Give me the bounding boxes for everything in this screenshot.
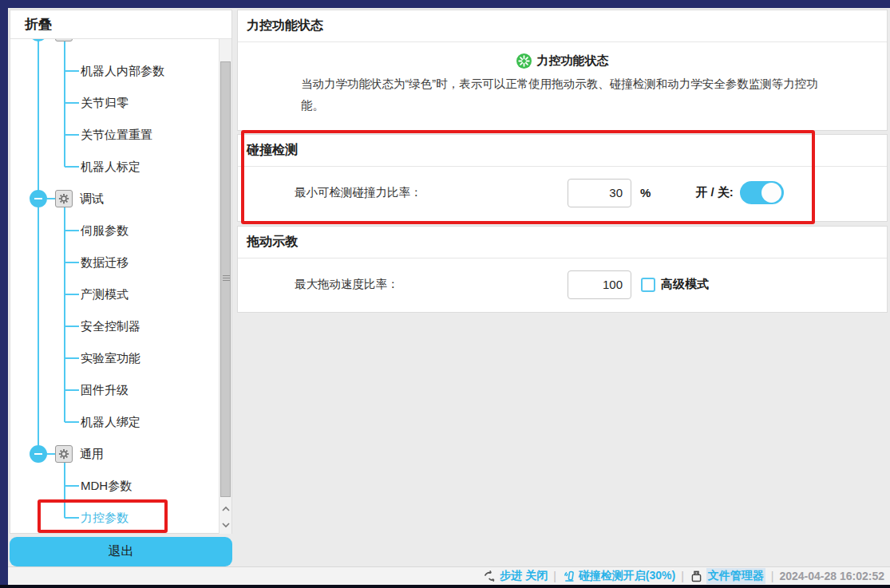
collision-on-off-toggle[interactable] — [740, 181, 784, 204]
tree-node-debug[interactable]: 调试 — [10, 183, 231, 215]
drag-speed-input[interactable] — [568, 270, 631, 299]
tree-node-security-label: 安全 — [80, 39, 104, 41]
sidebar-panel: 折叠 安全 机器人内部参数 关节归零 关节位置重置 机器人标定 — [10, 10, 232, 534]
step-status[interactable]: 步进 关闭 — [483, 569, 548, 583]
tree-group-debug: 调试 伺服参数 数据迁移 产测模式 安全控制器 实验室功能 固件升级 机器人绑定 — [10, 183, 231, 438]
collision-icon — [562, 570, 576, 583]
settings-tree: 安全 机器人内部参数 关节归零 关节位置重置 机器人标定 调试 伺服参数 数据迁… — [10, 39, 231, 534]
tree-item-data-migration[interactable]: 数据迁移 — [10, 247, 231, 278]
tree-item-robot-binding[interactable]: 机器人绑定 — [10, 406, 231, 438]
green-status-icon — [516, 53, 532, 69]
toggle-knob — [761, 183, 781, 203]
tree-item-firmware-upgrade[interactable]: 固件升级 — [10, 374, 231, 406]
collision-status[interactable]: 碰撞检测开启(30%) — [562, 569, 675, 583]
chevron-up-icon — [221, 505, 231, 513]
collision-ratio-input[interactable] — [568, 179, 631, 207]
advanced-mode-checkbox[interactable] — [641, 278, 655, 292]
tree-item-servo-params[interactable]: 伺服参数 — [10, 215, 231, 247]
gear-icon — [55, 190, 73, 207]
tree-item-force-control-params[interactable]: 力控参数 — [10, 502, 231, 534]
collapse-header-label: 折叠 — [25, 15, 52, 34]
status-title: 力控功能状态 — [537, 53, 609, 69]
file-manager-button[interactable]: 文件管理器 — [690, 568, 765, 584]
tree-item-robot-internal-params[interactable]: 机器人内部参数 — [10, 55, 231, 87]
window-frame-left — [0, 0, 8, 588]
tree-item-mdh-params[interactable]: MDH参数 — [10, 470, 231, 502]
chevron-down-icon — [221, 521, 231, 529]
tree-item-joint-zeroing[interactable]: 关节归零 — [10, 87, 231, 119]
collision-section-title: 碰撞检测 — [238, 135, 887, 167]
tree-node-general[interactable]: 通用 — [10, 438, 231, 470]
sidebar-scrollbar[interactable] — [219, 39, 231, 534]
tree-item-production-test-mode[interactable]: 产测模式 — [10, 278, 231, 310]
scroll-down-button[interactable] — [220, 517, 231, 533]
tree-item-robot-calibration[interactable]: 机器人标定 — [10, 151, 231, 183]
tree-item-joint-position-reset[interactable]: 关节位置重置 — [10, 119, 231, 151]
window-frame-top — [0, 0, 890, 8]
advanced-mode-label: 高级模式 — [661, 277, 709, 292]
status-bar: 步进 关闭 | 碰撞检测开启(30%) | 文件管理器 | 2024-04-28… — [8, 566, 890, 585]
minus-node-icon[interactable] — [30, 445, 47, 463]
separator: | — [771, 570, 774, 582]
scrollbar-grip — [223, 275, 230, 282]
collision-detection-card: 碰撞检测 最小可检测碰撞力比率： % 开 / 关: — [237, 134, 888, 222]
clock-timestamp: 2024-04-28 16:02:52 — [779, 570, 884, 582]
tree-node-debug-label: 调试 — [80, 191, 104, 207]
step-icon — [483, 570, 496, 583]
drag-teaching-card: 拖动示教 最大拖动速度比率： 高级模式 — [237, 226, 888, 313]
drag-section-title: 拖动示教 — [238, 227, 887, 258]
collapse-header[interactable]: 折叠 — [10, 10, 231, 39]
tree-group-security: 安全 机器人内部参数 关节归零 关节位置重置 机器人标定 — [10, 39, 231, 183]
scroll-up-button[interactable] — [220, 501, 231, 517]
file-manager-icon — [690, 570, 703, 583]
separator: | — [553, 570, 556, 582]
tree-item-lab-features[interactable]: 实验室功能 — [10, 342, 231, 374]
collision-ratio-label: 最小可检测碰撞力比率： — [295, 185, 568, 200]
tree-group-general: 通用 MDH参数 力控参数 — [10, 438, 231, 534]
force-control-status-card: 力控功能状态 力控功能状态 当动力学功能状态为“绿色”时，表示可以正常使用拖动示… — [237, 10, 888, 131]
scrollbar-thumb[interactable] — [220, 61, 231, 497]
window-frame-bottom — [0, 585, 890, 588]
tree-node-general-label: 通用 — [80, 447, 104, 462]
tree-item-safety-controller[interactable]: 安全控制器 — [10, 310, 231, 342]
tree-node-security[interactable]: 安全 — [10, 39, 231, 49]
on-off-label: 开 / 关: — [695, 185, 734, 200]
gear-icon — [55, 445, 73, 463]
status-description: 当动力学功能状态为“绿色”时，表示可以正常使用拖动示教、碰撞检测和动力学安全参数… — [301, 73, 824, 116]
exit-button[interactable]: 退出 — [10, 537, 232, 566]
minus-node-icon[interactable] — [30, 39, 47, 41]
minus-node-icon[interactable] — [30, 190, 47, 207]
page-title: 力控功能状态 — [238, 10, 887, 42]
separator: | — [681, 570, 684, 582]
percent-unit-label: % — [640, 186, 651, 199]
gear-icon — [55, 39, 73, 41]
drag-speed-label: 最大拖动速度比率： — [295, 277, 568, 292]
